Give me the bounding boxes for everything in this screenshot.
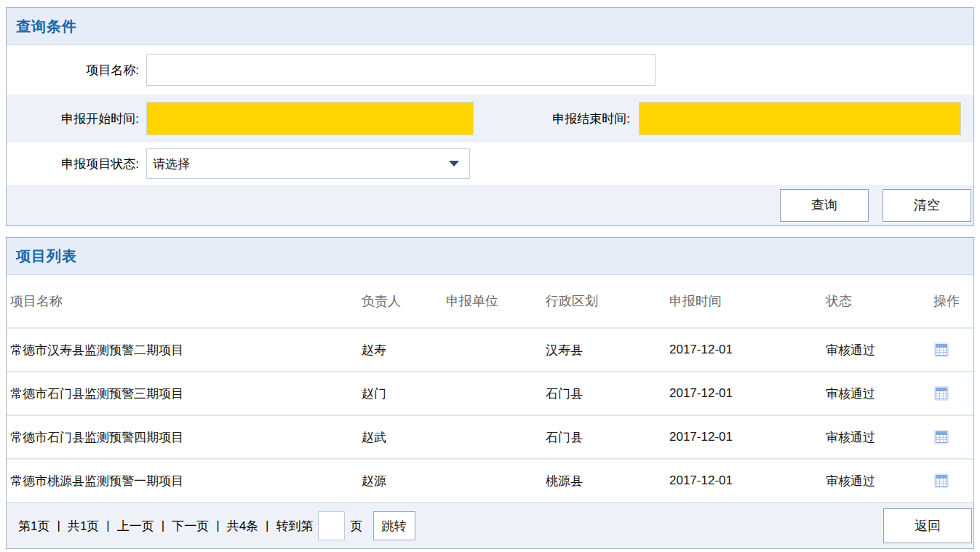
end-time-input[interactable]: [639, 102, 961, 135]
project-name-label: 项目名称:: [7, 62, 139, 79]
cell-region: 汉寿县: [546, 342, 669, 359]
col-header-date: 申报时间: [669, 292, 826, 310]
pagination-bar: 第1页 | 共1页 | 上一页 | 下一页 | 共4条 | 转到第 页 跳转 返…: [7, 502, 973, 548]
col-header-status: 状态: [826, 292, 933, 310]
cell-owner: 赵门: [362, 385, 446, 402]
view-detail-table-icon[interactable]: [933, 429, 949, 445]
table-row: 常德市石门县监测预警三期项目 赵门 石门县 2017-12-01 审核通过: [7, 371, 973, 415]
chevron-down-icon: [449, 161, 459, 167]
col-header-unit: 申报单位: [446, 292, 546, 310]
project-list-panel: 项目列表 项目名称 负责人 申报单位 行政区划 申报时间 状态 操作 常德市汉寿…: [6, 237, 974, 549]
pagination-separator: |: [216, 519, 219, 533]
goto-page-suffix: 页: [351, 518, 363, 535]
pagination-separator: |: [106, 519, 109, 533]
cell-status: 审核通过: [826, 429, 933, 446]
cell-region: 石门县: [546, 429, 669, 446]
start-time-input[interactable]: [146, 102, 474, 135]
cell-owner: 赵源: [362, 473, 446, 489]
query-panel: 查询条件 项目名称: 申报开始时间: 申报结束时间: 申报项目状态: 请选择 查…: [6, 7, 974, 226]
table-row: 常德市汉寿县监测预警二期项目 赵寿 汉寿县 2017-12-01 审核通过: [7, 327, 973, 371]
cell-date: 2017-12-01: [669, 473, 826, 488]
start-time-label: 申报开始时间:: [7, 111, 139, 127]
query-panel-title: 查询条件: [16, 17, 77, 36]
view-detail-table-icon[interactable]: [933, 342, 949, 358]
status-select[interactable]: 请选择: [146, 148, 470, 179]
cell-status: 审核通过: [826, 473, 933, 489]
next-page-link[interactable]: 下一页: [172, 518, 209, 535]
list-panel-header: 项目列表: [7, 238, 973, 275]
col-header-operation: 操作: [933, 292, 973, 310]
end-time-label: 申报结束时间:: [474, 111, 630, 127]
col-header-project-name: 项目名称: [10, 292, 362, 310]
goto-page-input[interactable]: [318, 511, 345, 540]
table-header-row: 项目名称 负责人 申报单位 行政区划 申报时间 状态 操作: [7, 275, 973, 327]
prev-page-link[interactable]: 上一页: [117, 518, 154, 535]
total-items-info: 共4条: [227, 518, 258, 535]
cell-region: 桃源县: [546, 473, 669, 489]
pagination-separator: |: [266, 519, 268, 533]
cell-project-name: 常德市石门县监测预警四期项目: [10, 429, 362, 446]
total-pages-info: 共1页: [68, 518, 99, 535]
cell-project-name: 常德市桃源县监测预警一期项目: [10, 473, 362, 489]
search-button[interactable]: 查询: [780, 189, 869, 222]
jump-button[interactable]: 跳转: [373, 511, 415, 540]
table-body: 常德市汉寿县监测预警二期项目 赵寿 汉寿县 2017-12-01 审核通过: [7, 327, 973, 502]
pagination-separator: |: [162, 519, 164, 533]
project-name-input[interactable]: [146, 54, 656, 86]
cell-date: 2017-12-01: [669, 430, 826, 444]
clear-button[interactable]: 清空: [883, 189, 971, 222]
cell-project-name: 常德市汉寿县监测预警二期项目: [10, 342, 362, 359]
col-header-owner: 负责人: [362, 292, 446, 310]
goto-page-prefix: 转到第: [276, 518, 314, 535]
list-panel-title: 项目列表: [16, 247, 77, 266]
cell-owner: 赵寿: [362, 342, 446, 359]
current-page-info: 第1页: [18, 518, 49, 535]
cell-region: 石门县: [546, 385, 669, 402]
cell-date: 2017-12-01: [669, 386, 826, 401]
status-label: 申报项目状态:: [7, 156, 139, 172]
status-row: 申报项目状态: 请选择: [7, 143, 973, 185]
pagination-separator: |: [57, 519, 60, 533]
cell-owner: 赵武: [362, 429, 446, 446]
query-buttons-row: 查询 清空: [7, 185, 973, 225]
table-row: 常德市石门县监测预警四期项目 赵武 石门县 2017-12-01 审核通过: [7, 415, 973, 458]
view-detail-table-icon[interactable]: [933, 385, 949, 401]
status-select-value: 请选择: [153, 156, 449, 172]
back-button[interactable]: 返回: [883, 508, 972, 543]
table-row: 常德市桃源县监测预警一期项目 赵源 桃源县 2017-12-01 审核通过: [7, 458, 973, 502]
cell-date: 2017-12-01: [669, 343, 826, 357]
cell-status: 审核通过: [826, 385, 933, 402]
cell-project-name: 常德市石门县监测预警三期项目: [10, 385, 362, 402]
view-detail-table-icon[interactable]: [933, 473, 949, 489]
query-panel-header: 查询条件: [7, 8, 973, 45]
time-range-row: 申报开始时间: 申报结束时间:: [7, 95, 973, 143]
cell-status: 审核通过: [826, 342, 933, 359]
col-header-region: 行政区划: [546, 292, 669, 310]
project-name-row: 项目名称:: [7, 45, 973, 95]
